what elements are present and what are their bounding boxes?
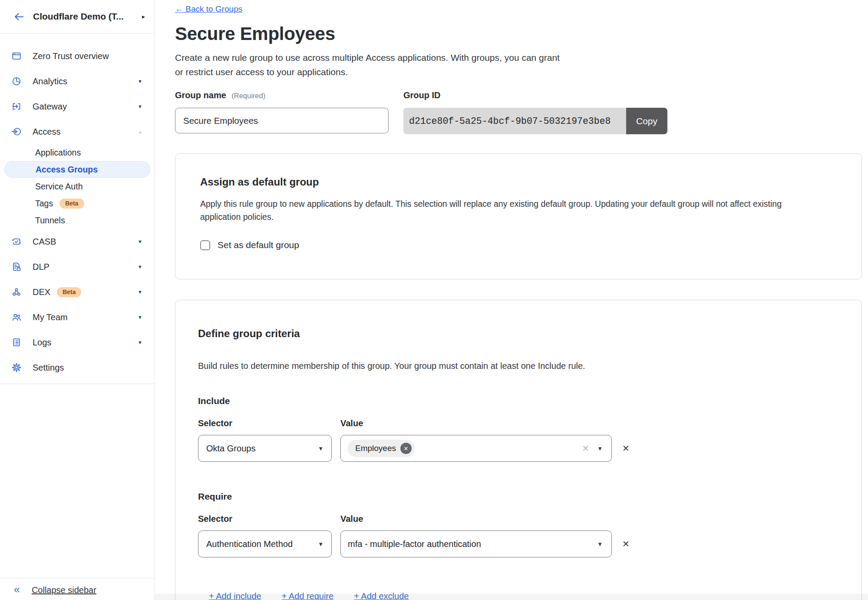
back-to-groups-link[interactable]: ← Back to Groups [175, 4, 242, 14]
require-value-label: Value [340, 513, 363, 524]
sidebar-item-applications[interactable]: Applications [0, 144, 155, 161]
include-selector-dropdown[interactable]: Okta Groups ▼ [198, 435, 332, 462]
collapse-sidebar-button[interactable]: « Collapse sidebar [0, 578, 155, 600]
remove-require-rule-icon[interactable]: ✕ [622, 539, 630, 549]
sidebar-item-label: DEX [33, 287, 50, 297]
sidebar-item-dex[interactable]: DEX Beta ▼ [0, 279, 155, 305]
require-selector-label: Selector [198, 513, 340, 524]
group-id-box: d21ce80f-5a25-4bcf-9b07-5032197e3be8 Cop… [403, 108, 667, 134]
include-heading: Include [198, 395, 837, 407]
chevron-down-icon: ▼ [597, 445, 603, 452]
sidebar-item-tunnels[interactable]: Tunnels [0, 212, 155, 229]
include-labels: Selector Value [198, 418, 837, 429]
page-title: Secure Employees [175, 23, 862, 44]
beta-badge: Beta [59, 199, 84, 209]
sidebar-item-label: Analytics [33, 76, 67, 86]
access-login-icon [11, 126, 22, 137]
sidebar-item-tags[interactable]: Tags Beta [0, 195, 155, 212]
set-default-checkbox-label: Set as default group [218, 240, 299, 250]
chevron-down-icon: ▼ [318, 541, 323, 547]
account-switcher[interactable]: Cloudflare Demo (T... ▸ [0, 0, 155, 33]
document-lock-icon [11, 262, 22, 272]
chevron-down-icon: ▼ [138, 104, 142, 109]
sidebar-item-service-auth[interactable]: Service Auth [0, 178, 155, 195]
sidebar-item-my-team[interactable]: My Team ▼ [0, 305, 155, 330]
account-name: Cloudflare Demo (T... [33, 11, 139, 22]
chevron-down-icon: ▼ [318, 445, 323, 452]
sidebar-item-zero-trust-overview[interactable]: Zero Trust overview [0, 43, 155, 69]
people-icon [11, 312, 22, 322]
clear-values-icon[interactable]: ✕ [582, 443, 589, 454]
group-name-field: Group name (Required) [175, 90, 389, 134]
remove-include-rule-icon[interactable]: ✕ [622, 443, 630, 454]
page-description-line1: Create a new rule group to use across mu… [175, 50, 862, 65]
include-selector-value: Okta Groups [206, 444, 312, 454]
sidebar-item-label: Logs [33, 338, 51, 348]
criteria-card: Define group criteria Build rules to det… [175, 300, 862, 600]
require-value-dropdown[interactable]: mfa - multiple-factor authentication ▼ [340, 530, 612, 557]
value-chip-label: Employees [355, 444, 396, 453]
sidebar-item-label: CASB [33, 237, 56, 247]
chevron-down-icon: ▼ [597, 541, 603, 547]
collapse-sidebar-label: Collapse sidebar [32, 584, 96, 595]
sidebar-item-label: DLP [33, 262, 50, 272]
sidebar-item-settings[interactable]: Settings [0, 355, 155, 380]
chevron-down-icon: ▼ [138, 79, 142, 84]
chevron-down-icon: ▼ [138, 239, 142, 244]
require-selector-dropdown[interactable]: Authentication Method ▼ [198, 530, 332, 557]
sidebar-item-label: Settings [33, 363, 64, 373]
require-rule-row: Authentication Method ▼ mfa - multiple-f… [198, 530, 837, 557]
add-rule-links: + Add include + Add require + Add exclud… [209, 591, 837, 600]
include-rule-row: Okta Groups ▼ Employees ✕ ✕ ▼ ✕ [198, 435, 837, 462]
default-group-card-body: Apply this rule group to new application… [200, 197, 837, 223]
sidebar-item-gateway[interactable]: Gateway ▼ [0, 94, 155, 119]
sidebar-divider [0, 384, 155, 384]
default-group-card-body-line1: Apply this rule group to new application… [200, 197, 837, 210]
sidebar-item-label: Zero Trust overview [33, 51, 109, 61]
shield-check-icon [11, 236, 22, 247]
add-exclude-link[interactable]: + Add exclude [354, 591, 409, 600]
chevron-up-icon: ▲ [138, 129, 142, 134]
group-id-field: Group ID d21ce80f-5a25-4bcf-9b07-5032197… [403, 90, 667, 134]
sidebar-nav: Zero Trust overview Analytics ▼ Gateway … [0, 33, 155, 384]
sidebar-item-casb[interactable]: CASB ▼ [0, 229, 155, 254]
window-icon [11, 51, 22, 61]
group-name-label: Group name [175, 90, 226, 100]
require-heading: Require [198, 491, 837, 503]
add-require-link[interactable]: + Add require [282, 591, 334, 600]
sidebar-item-label: Access Groups [36, 165, 98, 175]
sidebar-item-label: Gateway [33, 102, 67, 112]
sidebar-item-label: Tunnels [35, 215, 65, 225]
sidebar-item-access[interactable]: Access ▲ [0, 119, 155, 144]
group-id-value: d21ce80f-5a25-4bcf-9b07-5032197e3be8 [403, 108, 626, 134]
group-name-input[interactable] [175, 108, 389, 133]
default-group-card-title: Assign as default group [200, 176, 837, 189]
add-include-link[interactable]: + Add include [209, 591, 261, 600]
include-value-multiselect[interactable]: Employees ✕ ✕ ▼ [340, 435, 612, 462]
sidebar-item-analytics[interactable]: Analytics ▼ [0, 69, 155, 94]
chevron-down-icon: ▼ [138, 315, 142, 320]
set-default-checkbox[interactable] [200, 240, 210, 250]
gear-icon [11, 362, 22, 373]
page-description: Create a new rule group to use across mu… [175, 50, 862, 79]
chip-remove-icon[interactable]: ✕ [400, 443, 412, 454]
chevron-down-icon: ▼ [138, 340, 142, 345]
include-value-label: Value [340, 418, 363, 429]
main-content: ← Back to Groups Secure Employees Create… [155, 0, 868, 600]
sidebar-item-label: Tags [35, 199, 53, 209]
criteria-card-body: Build rules to determine membership of t… [198, 360, 837, 371]
pie-chart-icon [11, 76, 22, 86]
sidebar-item-logs[interactable]: Logs ▼ [0, 330, 155, 355]
require-value-value: mfa - multiple-factor authentication [348, 539, 591, 549]
include-selector-label: Selector [198, 418, 340, 429]
chevron-down-icon: ▼ [138, 289, 142, 295]
value-chip: Employees ✕ [348, 440, 415, 457]
collapse-chevrons-icon: « [14, 584, 20, 595]
sidebar-item-dlp[interactable]: DLP ▼ [0, 254, 155, 279]
list-document-icon [11, 337, 22, 348]
copy-button[interactable]: Copy [626, 108, 667, 134]
sidebar-item-access-groups[interactable]: Access Groups [4, 161, 150, 178]
chevron-right-icon: ▸ [142, 13, 145, 20]
back-arrow-icon[interactable] [13, 11, 25, 23]
sidebar-item-label: Service Auth [35, 182, 83, 192]
